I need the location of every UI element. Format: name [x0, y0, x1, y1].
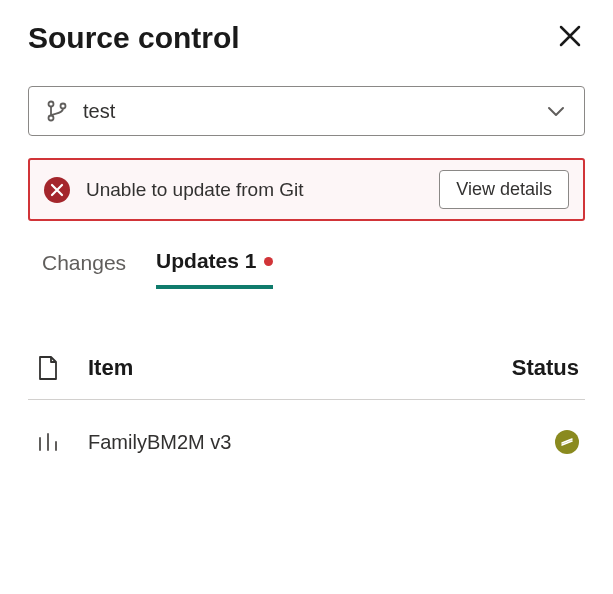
view-details-button[interactable]: View details [439, 170, 569, 209]
error-alert: Unable to update from Git View details [28, 158, 585, 221]
alert-message: Unable to update from Git [86, 179, 423, 201]
svg-point-1 [49, 116, 54, 121]
branch-name: test [83, 100, 530, 123]
document-icon [34, 355, 62, 381]
table-header: Item Status [28, 355, 585, 400]
table-row[interactable]: FamilyBM2M v3 [28, 400, 585, 454]
item-name: FamilyBM2M v3 [88, 431, 529, 454]
tab-changes[interactable]: Changes [42, 249, 126, 289]
close-icon [559, 22, 581, 53]
tab-changes-label: Changes [42, 251, 126, 275]
error-icon [44, 177, 70, 203]
tab-updates[interactable]: Updates 1 [156, 249, 273, 289]
update-indicator-dot [264, 257, 273, 266]
page-title: Source control [28, 21, 240, 55]
column-header-status: Status [512, 355, 579, 381]
tab-bar: Changes Updates 1 [28, 249, 585, 289]
tab-updates-label: Updates 1 [156, 249, 256, 273]
svg-point-2 [61, 104, 66, 109]
close-button[interactable] [555, 20, 585, 56]
column-header-item: Item [88, 355, 486, 381]
svg-point-0 [49, 102, 54, 107]
chevron-down-icon [544, 99, 568, 123]
branch-icon [45, 99, 69, 123]
semantic-model-icon [34, 432, 62, 452]
status-badge [555, 430, 579, 454]
branch-dropdown[interactable]: test [28, 86, 585, 136]
